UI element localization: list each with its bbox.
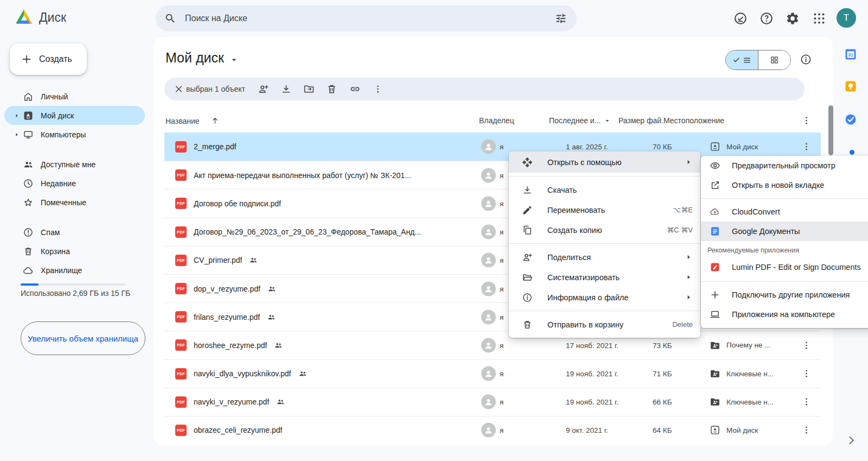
column-settings-kebab-icon[interactable] [801, 116, 812, 126]
submenu-item-preview[interactable]: Предварительный просмотр [701, 156, 868, 175]
expand-panel-chevron-icon[interactable] [845, 434, 857, 446]
cloud-icon [23, 265, 34, 276]
offline-status-icon[interactable] [733, 11, 748, 26]
copy-link-icon[interactable] [349, 84, 361, 95]
row-kebab-icon[interactable] [801, 397, 812, 407]
expand-caret-icon[interactable] [14, 131, 20, 138]
row-kebab-icon[interactable] [801, 425, 812, 435]
submenu-item-new-tab[interactable]: Открыть в новой вкладке [701, 175, 868, 195]
shared-people-icon [249, 256, 258, 264]
sort-ascending-icon[interactable] [210, 116, 220, 125]
menu-divider [509, 176, 700, 176]
column-header-location[interactable]: Местоположение [663, 116, 724, 125]
trash-icon[interactable] [326, 84, 337, 95]
plus-icon [21, 53, 33, 65]
menu-item-open-with[interactable]: Открыть с помощью [509, 151, 700, 173]
sidebar-item-starred[interactable]: Помеченные [4, 193, 145, 212]
account-avatar[interactable]: T [837, 8, 856, 28]
create-button[interactable]: Создать [10, 43, 87, 75]
file-row[interactable]: PDF navyki_v_rezyume.pdf я 19 нояб. 2021… [164, 388, 821, 416]
download-icon[interactable] [280, 84, 292, 95]
laptop-icon [710, 309, 720, 320]
pdf-file-icon: PDF [175, 226, 187, 238]
menu-item-move-to-trash[interactable]: Отправить в корзину Delete [509, 314, 700, 334]
title-dropdown-caret-icon[interactable] [229, 55, 239, 65]
app-title: Диск [39, 10, 66, 25]
submenu-arrow-icon [685, 253, 693, 261]
pdf-file-icon: PDF [175, 255, 187, 266]
sidebar-item-spam[interactable]: Спам [4, 223, 145, 242]
lumin-pdf-icon [710, 262, 720, 273]
vertical-scrollbar-thumb[interactable] [828, 105, 833, 155]
file-name-cell: PDF obrazec_celi_rezyume.pdf [175, 416, 282, 444]
file-row[interactable]: PDF obrazec_celi_rezyume.pdf я 9 окт. 20… [164, 416, 821, 444]
upgrade-storage-button[interactable]: Увеличить объем хранилища [21, 321, 145, 355]
menu-item-organize[interactable]: Систематизировать [509, 267, 700, 287]
submenu-item-cloudconvert[interactable]: CloudConvert [701, 202, 868, 222]
sidebar-item-my-drive[interactable]: Мой диск [4, 106, 145, 125]
list-view-button[interactable] [726, 50, 758, 70]
location-chip[interactable]: Почему не ... [710, 340, 770, 351]
help-icon[interactable] [760, 11, 774, 26]
shared-people-icon [298, 369, 307, 378]
move-to-folder-icon[interactable] [303, 84, 315, 95]
submenu-item-connect-more-apps[interactable]: Подключить другие приложения [701, 285, 868, 305]
file-row[interactable]: PDF horoshee_rezyme.pdf я 17 нояб. 2021 … [164, 331, 821, 359]
calendar-icon[interactable]: 31 [844, 48, 857, 61]
grid-view-button[interactable] [758, 50, 790, 70]
sidebar-item-home[interactable]: Личный [4, 87, 145, 106]
menu-item-share[interactable]: Поделиться [509, 247, 700, 267]
column-dropdown-caret-icon[interactable] [604, 117, 611, 124]
search-bar[interactable] [156, 5, 577, 31]
sidebar-item-storage[interactable]: Хранилище [4, 261, 145, 280]
copy-icon [522, 225, 533, 236]
sidebar-item-recent[interactable]: Недавние [4, 174, 145, 193]
column-header-name[interactable]: Название [165, 116, 220, 125]
sidebar-item-shared-with-me[interactable]: Доступные мне [4, 155, 145, 174]
share-person-add-icon[interactable] [258, 84, 269, 95]
file-name-cell: PDF navyki_dlya_vypusknikov.pdf [175, 360, 307, 388]
submenu-item-google-docs[interactable]: Google Документы [701, 222, 868, 241]
shared-folder-icon [710, 340, 720, 351]
sidebar-item-trash[interactable]: Корзина [4, 242, 145, 261]
tasks-icon[interactable] [844, 113, 857, 126]
shortcut-label: Delete [672, 320, 693, 329]
row-kebab-icon[interactable] [801, 369, 812, 379]
column-header-owner[interactable]: Владелец [479, 116, 514, 125]
menu-item-make-copy[interactable]: Создать копию ⌘C ⌘V [509, 220, 700, 240]
location-chip[interactable]: Ключевые н... [710, 396, 774, 407]
row-kebab-icon[interactable] [801, 142, 812, 152]
more-actions-kebab-icon[interactable] [373, 84, 383, 94]
search-input[interactable] [184, 13, 555, 24]
details-info-icon[interactable] [800, 53, 812, 66]
menu-item-file-info[interactable]: Информация о файле [509, 287, 700, 307]
menu-item-rename[interactable]: Переименовать ⌥⌘E [509, 200, 700, 220]
search-filters-icon[interactable] [555, 12, 567, 24]
sidebar-nav: Личный Мой диск Компьютеры Доступные мне… [4, 87, 145, 280]
check-icon [732, 56, 741, 64]
location-chip[interactable]: Мой диск [710, 425, 758, 435]
file-name-cell: PDF dop_v_rezyume.pdf [175, 275, 276, 302]
google-docs-icon [710, 226, 720, 237]
download-icon [522, 185, 533, 195]
sidebar-item-computers[interactable]: Компьютеры [4, 125, 145, 144]
submenu-item-desktop-apps[interactable]: Приложения на компьютере [701, 305, 868, 324]
settings-gear-icon[interactable] [786, 11, 800, 26]
grid-view-icon [770, 55, 779, 65]
file-row[interactable]: PDF navyki_dlya_vypusknikov.pdf я 19 ноя… [164, 359, 821, 388]
storage-progress-bar [21, 283, 126, 286]
location-chip[interactable]: Ключевые н... [710, 368, 774, 379]
keep-notes-icon[interactable] [844, 80, 857, 93]
column-header-modified[interactable]: Последнее и... [549, 116, 611, 125]
location-chip[interactable]: Мой диск [710, 141, 758, 152]
expand-caret-icon[interactable] [14, 112, 20, 119]
column-header-size[interactable]: Размер фай. [618, 116, 663, 125]
row-kebab-icon[interactable] [801, 340, 812, 350]
drive-logo-icon [13, 8, 35, 28]
submenu-arrow-icon [685, 273, 693, 281]
submenu-item-lumin-pdf[interactable]: Lumin PDF - Edit or Sign Documents [701, 256, 868, 278]
google-apps-grid-icon[interactable] [812, 11, 826, 26]
open-in-new-icon [710, 180, 720, 191]
menu-item-download[interactable]: Скачать [509, 180, 700, 200]
clear-selection-icon[interactable] [174, 84, 184, 94]
